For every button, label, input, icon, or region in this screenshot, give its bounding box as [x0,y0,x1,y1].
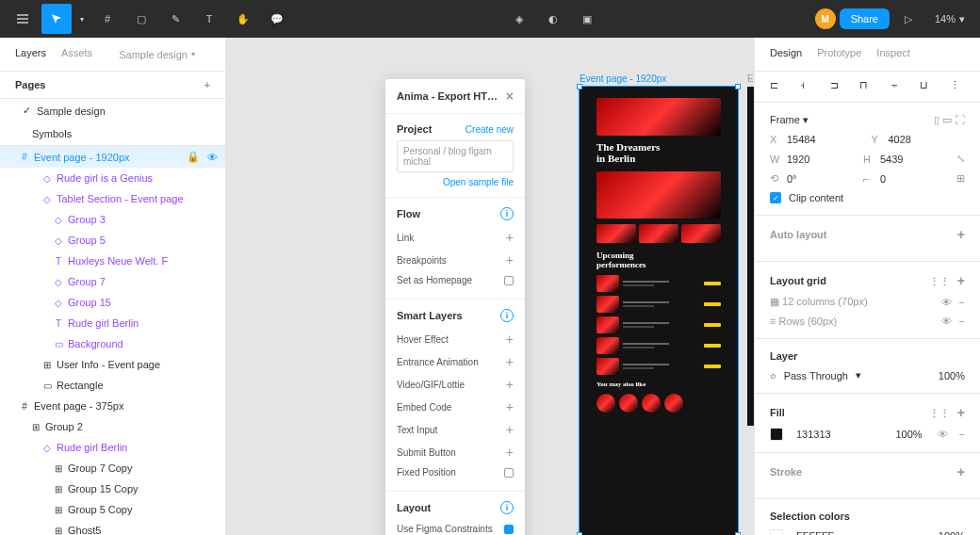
tab-design[interactable]: Design [770,38,802,71]
x-input[interactable]: 15484 [787,134,864,145]
layer-item[interactable]: ◇Group 5 [0,230,225,251]
add-page-icon[interactable]: + [204,79,210,90]
info-icon[interactable]: i [500,309,514,322]
align-bottom-icon[interactable]: ⊔ [920,79,935,94]
layer-item[interactable]: THuxleys Neue Welt. F [0,251,225,271]
layer-item[interactable]: ⊞Group 15 Copy [0,478,225,499]
comment-tool[interactable]: 💬 [262,4,292,34]
plus-icon[interactable]: + [506,422,514,437]
align-middle-icon[interactable]: ⫟ [890,79,905,94]
orientation-icon[interactable]: ▯ ▭ ⛶ [934,114,965,126]
y-input[interactable]: 4028 [889,134,966,145]
pen-tool[interactable]: ✎ [160,4,190,34]
layer-item[interactable]: ⊞User Info - Event page [0,354,225,375]
independent-icon[interactable]: ⊞ [956,172,965,185]
color-hex[interactable]: FFFFFF [796,530,834,535]
w-input[interactable]: 1920 [787,154,856,165]
plugin-option[interactable]: Fixed Position [397,463,514,481]
eye-icon[interactable]: 👁 [207,152,218,163]
chevron-down-icon[interactable]: ▾ [75,4,89,34]
rotation-input[interactable]: 0° [787,173,856,185]
plus-icon[interactable]: + [506,230,514,245]
plus-icon[interactable]: + [506,399,514,414]
mask-icon[interactable]: ◐ [538,4,568,34]
remove-icon[interactable]: − [959,316,965,327]
info-icon[interactable]: i [500,207,514,220]
doc-name[interactable]: Sample design▾ [119,38,195,71]
grid-settings-icon[interactable]: ⋮⋮ [929,276,950,287]
layer-item[interactable]: ◇Rude girl is a Genius [0,168,225,188]
play-icon[interactable]: ▷ [893,4,923,34]
layer-item[interactable]: #Event page - 375px [0,396,225,416]
eye-icon[interactable]: 👁 [938,429,948,440]
selection-handle[interactable] [577,84,582,89]
frame-tool[interactable]: # [92,4,122,34]
layer-item[interactable]: ◇Group 3 [0,209,225,230]
grid-item[interactable]: ≡ Rows (60px) [770,316,837,327]
project-input[interactable]: Personal / blog figam michal [397,140,514,172]
align-left-icon[interactable]: ⊏ [770,79,785,94]
align-right-icon[interactable]: ⊐ [830,79,845,94]
create-new-link[interactable]: Create new [466,124,514,135]
plugin-option[interactable]: Embed Code+ [397,396,514,418]
selection-handle[interactable] [735,84,741,89]
menu-icon[interactable] [8,4,38,34]
frame-label[interactable]: Event page - 1920px [580,73,666,84]
plugin-option[interactable]: Entrance Animation+ [397,350,514,373]
sample-link[interactable]: Open sample file [443,177,514,187]
remove-icon[interactable]: − [959,297,965,308]
blend-mode[interactable]: Pass Through [784,370,848,381]
eye-icon[interactable]: 👁 [941,316,952,327]
frame-dropdown[interactable]: Frame ▾ [770,114,808,126]
checkbox-icon[interactable] [504,468,514,478]
canvas-frame[interactable]: The Dreamersin BerlinUpcomingperformence… [580,87,738,535]
tab-assets[interactable]: Assets [61,38,92,71]
plugin-option[interactable]: Hover Effect+ [397,328,514,350]
layer-item[interactable]: ▭Rectangle [0,375,225,396]
layer-item[interactable]: #Event page - 1920px🔒👁 [0,146,225,168]
info-icon[interactable]: i [500,501,514,514]
move-tool[interactable] [41,4,72,34]
fill-settings-icon[interactable]: ⋮⋮ [929,408,950,419]
layer-item[interactable]: ▭Background [0,333,225,354]
layer-item[interactable]: ⊞Ghost5 [0,520,225,535]
layer-item[interactable]: ⊞Group 5 Copy [0,499,225,520]
boolean-icon[interactable]: ▣ [572,4,602,34]
lock-icon[interactable]: 🔒 [187,151,200,163]
tab-prototype[interactable]: Prototype [817,38,861,71]
fill-swatch[interactable] [770,428,783,441]
link-icon[interactable]: ⤡ [956,153,965,165]
color-opacity[interactable]: 100% [939,530,965,535]
checkbox-icon[interactable] [504,276,514,285]
align-center-icon[interactable]: ⫞ [800,79,815,94]
tab-layers[interactable]: Layers [15,38,46,71]
grid-item[interactable]: ▦ 12 columns (70px) [770,296,868,308]
layer-item[interactable]: ◇Group 7 [0,271,225,292]
fill-hex[interactable]: 131313 [796,429,831,440]
share-button[interactable]: Share [840,8,890,29]
remove-icon[interactable]: − [959,429,965,440]
layer-item[interactable]: ◇Tablet Section - Event page [0,188,225,209]
plus-icon[interactable]: + [506,377,514,392]
plugin-option[interactable]: Link+ [397,226,514,249]
plugin-option[interactable]: Submit Button+ [397,441,514,463]
checkbox-icon[interactable] [504,525,514,534]
canvas-frame[interactable]: The Dreamersin BerlinUpcomingperformence… [747,87,754,426]
distribute-icon[interactable]: ⋮ [950,79,965,94]
user-avatar[interactable]: M [815,8,836,29]
layer-item[interactable]: ⊞Group 7 Copy [0,458,225,478]
text-tool[interactable]: T [194,4,224,34]
shape-tool[interactable]: ▢ [126,4,156,34]
plugin-option[interactable]: Set as Homepage [397,271,514,289]
close-icon[interactable]: × [506,89,514,104]
hand-tool[interactable]: ✋ [228,4,258,34]
plus-icon[interactable]: + [506,332,514,347]
add-grid-icon[interactable]: + [957,273,965,288]
h-input[interactable]: 5439 [880,154,949,165]
opacity-input[interactable]: 100% [939,370,965,381]
add-fill-icon[interactable]: + [957,405,965,420]
page-item[interactable]: Symbols [0,122,225,145]
radius-input[interactable]: 0 [880,173,949,185]
page-item[interactable]: ✓ Sample design [0,99,225,122]
plus-icon[interactable]: + [506,354,514,369]
